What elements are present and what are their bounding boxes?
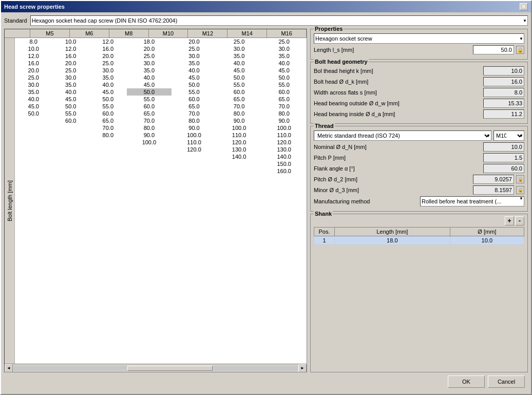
manuf-select[interactable]: Rolled before heat treatment (... [420, 196, 524, 206]
table-cell[interactable]: 50.0 [127, 88, 172, 96]
table-cell[interactable] [89, 160, 127, 167]
table-row[interactable]: 80.090.0100.0110.0110.0 [15, 131, 307, 139]
table-cell[interactable]: 110.0 [172, 139, 217, 146]
table-row[interactable]: 20.025.030.035.040.045.045.0 [15, 67, 307, 74]
table-cell[interactable]: 40.0 [89, 81, 127, 88]
table-cell[interactable]: 40.0 [15, 96, 52, 103]
table-cell[interactable]: 100.0 [261, 124, 307, 131]
table-cell[interactable]: 60.0 [261, 88, 307, 96]
table-row[interactable]: 70.080.090.0100.0100.0 [15, 124, 307, 131]
table-cell[interactable] [52, 160, 90, 167]
table-row[interactable]: 100.0110.0120.0120.0 [15, 139, 307, 146]
table-cell[interactable]: 65.0 [172, 103, 217, 110]
table-cell[interactable] [15, 167, 52, 175]
table-cell[interactable]: 100.0 [172, 131, 217, 139]
scroll-thumb[interactable] [127, 366, 213, 371]
table-cell[interactable]: 80.0 [172, 117, 217, 124]
alpha-input[interactable] [483, 164, 524, 173]
table-row[interactable]: 25.030.035.040.045.050.050.0 [15, 74, 307, 81]
table-cell[interactable]: 100.0 [127, 139, 172, 146]
table-cell[interactable]: 35.0 [127, 67, 172, 74]
table-cell[interactable] [52, 167, 90, 175]
table-cell[interactable]: 20.0 [172, 38, 217, 45]
cancel-button[interactable]: Cancel [488, 375, 525, 388]
table-cell[interactable]: 45.0 [89, 88, 127, 96]
table-cell[interactable] [15, 160, 52, 167]
d3-input[interactable] [473, 185, 514, 195]
table-cell[interactable]: 35.0 [52, 81, 90, 88]
table-cell[interactable]: 40.0 [127, 74, 172, 81]
table-cell[interactable] [89, 153, 127, 160]
table-row[interactable]: 160.0 [15, 167, 307, 175]
table-cell[interactable] [15, 124, 52, 131]
table-row[interactable]: 140.0140.0 [15, 153, 307, 160]
table-cell[interactable] [15, 131, 52, 139]
table-cell[interactable]: 45.0 [15, 103, 52, 110]
table-cell[interactable]: 8.0 [15, 38, 52, 45]
length-input[interactable] [473, 45, 514, 54]
table-cell[interactable]: 80.0 [89, 131, 127, 139]
length-lock-icon[interactable]: 🔒 [516, 46, 524, 54]
table-cell[interactable]: 70.0 [217, 103, 262, 110]
table-cell[interactable]: 35.0 [217, 52, 262, 60]
table-cell[interactable]: 12.0 [52, 45, 90, 52]
table-scroll[interactable]: 8.010.012.018.020.025.025.010.012.016.02… [15, 38, 307, 364]
table-cell[interactable] [15, 146, 52, 153]
table-row[interactable]: 16.020.025.030.035.040.040.0 [15, 60, 307, 67]
table-cell[interactable]: 130.0 [261, 146, 307, 153]
table-cell[interactable]: 70.0 [127, 117, 172, 124]
thread-type-select[interactable]: Metric standard thread (ISO 724) [314, 130, 491, 141]
p-input[interactable] [483, 153, 524, 162]
table-cell[interactable]: 55.0 [172, 88, 217, 96]
table-cell[interactable] [89, 167, 127, 175]
table-cell[interactable]: 35.0 [15, 88, 52, 96]
table-cell[interactable]: 35.0 [89, 74, 127, 81]
table-cell[interactable]: 70.0 [89, 124, 127, 131]
table-cell[interactable] [172, 153, 217, 160]
shank-row[interactable]: 118.010.0 [314, 236, 524, 245]
table-row[interactable]: 8.010.012.018.020.025.025.0 [15, 38, 307, 45]
table-cell[interactable] [52, 146, 90, 153]
table-cell[interactable]: 30.0 [172, 52, 217, 60]
table-cell[interactable]: 70.0 [172, 110, 217, 117]
table-cell[interactable]: 80.0 [217, 110, 262, 117]
table-cell[interactable] [52, 131, 90, 139]
table-cell[interactable]: 60.0 [127, 103, 172, 110]
table-cell[interactable]: 110.0 [261, 131, 307, 139]
table-cell[interactable]: 100.0 [217, 124, 262, 131]
table-cell[interactable]: 20.0 [89, 52, 127, 60]
table-cell[interactable]: 55.0 [52, 110, 90, 117]
s-input[interactable] [483, 88, 524, 97]
table-cell[interactable]: 45.0 [127, 81, 172, 88]
table-cell[interactable]: 55.0 [89, 103, 127, 110]
table-cell[interactable] [89, 146, 127, 153]
table-cell[interactable] [127, 167, 172, 175]
table-cell[interactable]: 20.0 [127, 45, 172, 52]
table-cell[interactable] [52, 139, 90, 146]
standard-select[interactable]: Hexagon socket head cap screw (DIN EN IS… [30, 15, 528, 26]
ok-button[interactable]: OK [448, 375, 485, 388]
table-cell[interactable]: 60.0 [89, 110, 127, 117]
table-cell[interactable]: 12.0 [89, 38, 127, 45]
d2-lock-icon[interactable]: 🔒 [516, 175, 524, 183]
table-cell[interactable]: 20.0 [15, 67, 52, 74]
scroll-right-button[interactable]: ► [298, 364, 307, 372]
table-row[interactable]: 40.045.050.055.060.065.065.0 [15, 96, 307, 103]
k-input[interactable] [483, 66, 524, 76]
table-cell[interactable] [89, 139, 127, 146]
table-cell[interactable]: 30.0 [127, 60, 172, 67]
table-cell[interactable]: 45.0 [217, 67, 262, 74]
table-cell[interactable]: 60.0 [52, 117, 90, 124]
scroll-track[interactable] [13, 366, 298, 371]
table-cell[interactable]: 50.0 [217, 74, 262, 81]
table-cell[interactable]: 16.0 [52, 52, 90, 60]
table-cell[interactable] [15, 139, 52, 146]
table-cell[interactable]: 120.0 [217, 139, 262, 146]
table-cell[interactable]: 25.0 [172, 45, 217, 52]
table-cell[interactable]: 160.0 [261, 167, 307, 175]
table-cell[interactable] [172, 167, 217, 175]
table-row[interactable]: 60.065.070.080.090.090.0 [15, 117, 307, 124]
table-cell[interactable]: 10.0 [52, 38, 90, 45]
table-cell[interactable]: 40.0 [261, 60, 307, 67]
table-cell[interactable]: 25.0 [89, 60, 127, 67]
